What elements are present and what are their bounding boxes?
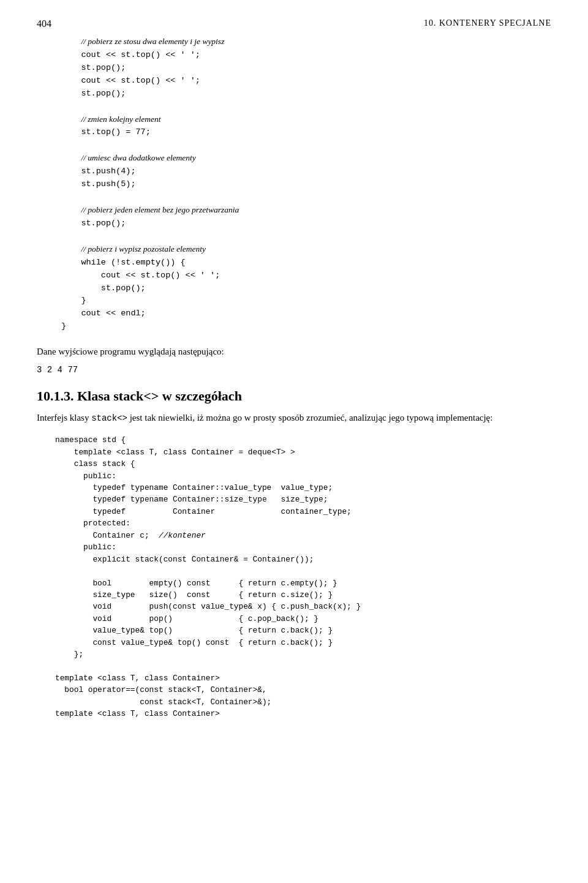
section-heading: 10.1.3. Klasa stack<> w szczegółach	[37, 388, 551, 404]
top-code-block: // pobierz ze stosu dwa elementy i je wy…	[61, 36, 551, 333]
code-line-1: // pobierz ze stosu dwa elementy i je wy…	[61, 37, 239, 331]
body-text: Interfejs klasy stack<> jest tak niewiel…	[37, 410, 551, 426]
section-title: Klasa stack<> w szczegółach	[77, 388, 242, 404]
output-value: 3 2 4 77	[37, 365, 551, 375]
page-container: 404 10. KONTENERY SPECJALNE // pobierz z…	[0, 0, 588, 751]
page-number: 404	[37, 18, 51, 29]
output-section: Dane wyjściowe programu wyglądają następ…	[37, 344, 551, 375]
output-label: Dane wyjściowe programu wyglądają następ…	[37, 344, 551, 359]
body-part1: Interfejs klasy	[37, 413, 91, 423]
chapter-title: 10. KONTENERY SPECJALNE	[424, 18, 551, 28]
body-inline-code: stack<>	[91, 413, 127, 423]
section-number: 10.1.3.	[37, 388, 74, 404]
page-header: 404 10. KONTENERY SPECJALNE	[37, 18, 551, 29]
body-part2: jest tak niewielki, iż można go w prosty…	[127, 413, 492, 423]
implementation-code: namespace std { template <class T, class…	[55, 434, 551, 720]
